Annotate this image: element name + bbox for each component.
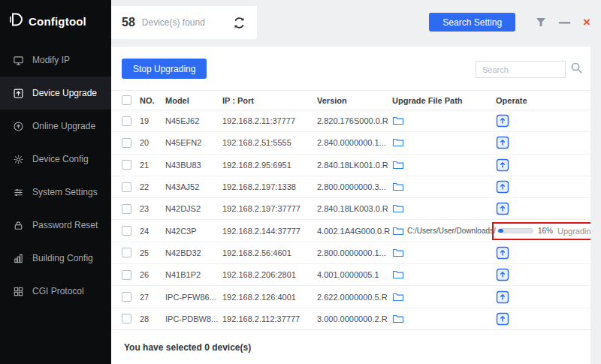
refresh-icon[interactable] xyxy=(232,16,246,30)
column-header-file-path: Upgrade File Path xyxy=(392,96,496,105)
cell-no: 19 xyxy=(140,116,165,125)
cell-ip-port: 192.168.2.197:37777 xyxy=(222,204,317,213)
cell-no: 23 xyxy=(140,204,165,213)
table-row: 22N43AJ52192.168.2.197:13382.800.0000000… xyxy=(111,176,590,198)
row-checkbox[interactable] xyxy=(122,138,131,148)
browse-folder-icon[interactable] xyxy=(392,160,404,170)
cell-version: 4.001.0000005.1 xyxy=(317,270,392,279)
browse-folder-icon[interactable] xyxy=(392,248,404,258)
cell-file-path xyxy=(392,314,496,324)
row-checkbox[interactable] xyxy=(122,270,131,280)
sidebar-item-label: Device Config xyxy=(32,154,89,164)
stop-upgrading-button[interactable]: Stop Upgrading xyxy=(122,59,207,79)
browse-folder-icon[interactable] xyxy=(392,314,404,324)
cell-ip-port: 192.168.2.56:4601 xyxy=(222,248,317,257)
browse-folder-icon[interactable] xyxy=(392,116,404,126)
cell-model: IPC-PFW86... xyxy=(165,293,222,302)
cell-operate xyxy=(496,114,586,128)
upgrade-button[interactable] xyxy=(496,290,509,304)
column-header-operate: Operate xyxy=(496,96,586,105)
upgrade-button[interactable] xyxy=(496,136,509,149)
row-checkbox[interactable] xyxy=(122,160,131,170)
browse-folder-icon[interactable] xyxy=(392,137,404,148)
upgrade-button[interactable] xyxy=(496,312,509,326)
cell-ip-port: 192.168.2.95:6951 xyxy=(222,161,317,170)
browse-folder-icon[interactable] xyxy=(392,226,404,236)
content-card: Stop Upgrading NO. Model IP : Port Versi… xyxy=(111,47,590,364)
minimize-icon[interactable]: — xyxy=(559,17,570,28)
cell-file-path xyxy=(392,160,496,170)
cell-model: N43AJ52 xyxy=(165,182,222,191)
cell-operate: 16%Upgrading xyxy=(496,222,586,240)
cell-model: N45EFN2 xyxy=(165,138,222,147)
modify-ip-icon xyxy=(12,54,24,66)
cell-version: 2.840.18LK003.0.R xyxy=(317,204,392,213)
cell-version: 3.000.0000000.2.R xyxy=(317,314,392,323)
row-checkbox[interactable] xyxy=(122,248,131,257)
online-upgrade-icon xyxy=(12,120,24,132)
cell-ip-port: 192.168.2.51:5555 xyxy=(222,138,317,147)
cell-version: 2.800.0000000.1... xyxy=(317,248,392,257)
table-row: 25N42BD32192.168.2.56:46012.800.0000000.… xyxy=(111,242,590,264)
sidebar-item-device-upgrade[interactable]: Device Upgrade xyxy=(0,77,111,110)
main-area: 58 Device(s) found Search Setting — × xyxy=(111,0,601,364)
upgrade-progress: 16%Upgrading xyxy=(492,222,590,240)
browse-folder-icon[interactable] xyxy=(392,292,404,302)
cell-file-path xyxy=(392,116,496,126)
sidebar-item-label: Device Upgrade xyxy=(32,88,97,98)
cell-operate xyxy=(496,158,586,172)
cell-model: N41B1P2 xyxy=(165,270,222,279)
sidebar-nav: Modify IPDevice UpgradeOnline UpgradeDev… xyxy=(0,44,111,308)
cell-no: 21 xyxy=(140,161,165,170)
sidebar-item-building-config[interactable]: Building Config xyxy=(0,242,111,275)
cell-operate xyxy=(496,268,586,281)
row-checkbox[interactable] xyxy=(122,204,131,214)
table-search xyxy=(476,61,583,78)
device-count-label: Device(s) found xyxy=(142,17,225,28)
sidebar-item-modify-ip[interactable]: Modify IP xyxy=(0,44,111,77)
system-settings-icon xyxy=(12,186,24,198)
password-reset-icon xyxy=(12,219,24,231)
browse-folder-icon[interactable] xyxy=(392,182,404,192)
select-all-checkbox[interactable] xyxy=(122,95,131,105)
cell-file-path xyxy=(392,203,496,214)
cell-no: 22 xyxy=(140,182,165,191)
browse-folder-icon[interactable] xyxy=(392,269,404,280)
cell-file-path xyxy=(392,292,496,302)
sidebar-item-password-reset[interactable]: Password Reset xyxy=(0,209,111,242)
selection-footer: You have selected 0 device(s) xyxy=(111,329,590,364)
sidebar-item-label: Modify IP xyxy=(32,55,70,65)
cell-operate xyxy=(496,246,586,260)
sidebar-item-system-settings[interactable]: System Settings xyxy=(0,176,111,209)
device-count: 58 xyxy=(122,16,135,29)
filter-icon[interactable] xyxy=(536,17,546,27)
search-icon[interactable] xyxy=(570,62,583,77)
upgrade-button[interactable] xyxy=(496,268,509,281)
cell-no: 27 xyxy=(140,293,165,302)
row-checkbox[interactable] xyxy=(122,314,131,323)
table-row: 23N42DJS2192.168.2.197:377772.840.18LK00… xyxy=(111,198,590,220)
cell-ip-port: 192.168.2.112:37777 xyxy=(222,314,317,323)
upgrade-button[interactable] xyxy=(496,158,509,172)
cell-ip-port: 192.168.2.144:37777 xyxy=(222,227,317,236)
upgrade-button[interactable] xyxy=(496,202,509,215)
table-row: 20N45EFN2192.168.2.51:55552.840.0000000.… xyxy=(111,132,590,154)
sidebar-item-cgi-protocol[interactable]: CGI Protocol xyxy=(0,275,111,308)
browse-folder-icon[interactable] xyxy=(392,203,404,214)
row-checkbox[interactable] xyxy=(122,182,131,192)
upgrade-button[interactable] xyxy=(496,180,509,194)
upgrade-button[interactable] xyxy=(496,246,509,260)
cell-ip-port: 192.168.2.206:2801 xyxy=(222,270,317,279)
cell-ip-port: 192.168.2.126:4001 xyxy=(222,293,317,302)
search-input[interactable] xyxy=(476,61,566,78)
sidebar-item-device-config[interactable]: Device Config xyxy=(0,143,111,176)
sidebar-item-label: Password Reset xyxy=(32,220,98,230)
sidebar-item-online-upgrade[interactable]: Online Upgrade xyxy=(0,110,111,143)
row-checkbox[interactable] xyxy=(122,292,131,302)
search-setting-button[interactable]: Search Setting xyxy=(429,13,515,32)
row-checkbox[interactable] xyxy=(122,116,131,126)
row-checkbox[interactable] xyxy=(122,226,131,236)
upgrade-button[interactable] xyxy=(496,114,509,128)
cell-version: 4.002.1A4G000.0.R xyxy=(317,227,392,236)
close-icon[interactable]: × xyxy=(583,16,590,29)
